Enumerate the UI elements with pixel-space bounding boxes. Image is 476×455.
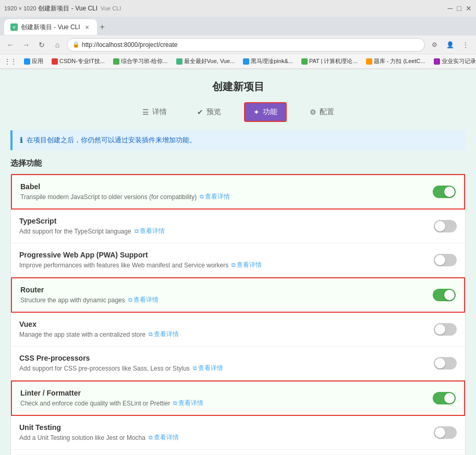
steps-nav: ☰ 详情 ✔ 预览 ✦ 功能 ⚙ 配置 [0,102,476,130]
restore-btn[interactable]: □ [457,4,461,13]
router-detail-link[interactable]: 查看详情 [128,296,158,304]
info-banner: ℹ 在项目创建之后，你仍然可以通过安装插件来增加功能。 [10,130,466,150]
router-toggle-knob [444,290,455,300]
feature-row-css: CSS Pre-processors Add support for CSS p… [11,347,465,380]
feature-row-unit: Unit Testing Add a Unit Testing solution… [11,416,465,450]
bookmark-heima[interactable]: 黑马理淦pink&... [240,56,296,66]
tab-favicon: V [10,23,18,31]
typescript-detail-link[interactable]: 查看详情 [135,227,165,236]
feature-info-babel: Babel Transpile modern JavaScript to old… [20,182,433,201]
vuex-toggle[interactable] [434,323,457,336]
bookmark-csdn[interactable]: CSDN-专业IT技... [48,56,108,66]
tab-label: 创建新项目 - Vue CLI [21,23,80,32]
feature-info-pwa: Progressive Web App (PWA) Support Improv… [19,251,434,269]
bookmark-leetcode[interactable]: 题库 - 力扣 (LeetC... [363,56,429,66]
profile-btn[interactable]: 👤 [444,39,456,51]
feature-name-vuex: Vuex [19,320,434,328]
tab-bar: V 创建新项目 - Vue CLI ✕ + [0,17,476,35]
router-toggle[interactable] [433,289,456,301]
step-preview-label: 预览 [206,107,221,117]
typescript-toggle[interactable] [434,220,457,232]
home-btn[interactable]: ⌂ [51,39,64,51]
info-text: 在项目创建之后，你仍然可以通过安装插件来增加功能。 [27,136,196,145]
feature-name-css: CSS Pre-processors [19,354,434,362]
feature-desc-typescript: Add support for the TypeScript language … [19,227,434,236]
feature-desc-babel: Transpile modern JavaScript to older ver… [20,192,433,201]
unit-toggle-knob [435,427,445,438]
bookmarks-bar: ⋮⋮ 应用 CSDN-专业IT技... 综合学习班-给你... 最全最好Vue,… [0,54,476,69]
feature-info-css: CSS Pre-processors Add support for CSS p… [19,354,434,373]
tab-title: 创建新项目 - Vue CLI [38,4,97,13]
feature-name-pwa: Progressive Web App (PWA) Support [19,251,434,259]
features-list: Babel Transpile modern JavaScript to old… [10,174,466,455]
feature-row-e2e: E2E Testing Add an End-to-End testing so… [11,450,465,455]
feature-row-pwa: Progressive Web App (PWA) Support Improv… [11,243,465,277]
feature-desc-pwa: Improve performances with features like … [19,261,434,269]
babel-toggle[interactable] [433,186,456,198]
preview-icon: ✔ [197,108,203,116]
config-icon: ⚙ [310,108,316,116]
linter-toggle-knob [444,393,455,403]
bookmark-apps[interactable]: 应用 [21,56,46,66]
pwa-toggle[interactable] [434,254,457,266]
bookmark-vue[interactable]: 最全最好Vue, Vue... [173,56,238,66]
feature-info-typescript: TypeScript Add support for the TypeScrip… [19,217,434,236]
step-config[interactable]: ⚙ 配置 [302,103,341,121]
feature-row-linter: Linter / Formatter Check and enforce cod… [11,380,465,416]
menu-btn[interactable]: ⋮ [459,39,472,51]
feature-name-router: Router [20,286,433,294]
feature-row-vuex: Vuex Manage the app state with a central… [11,313,465,347]
feature-desc-router: Structure the app with dynamic pages 查看详… [20,296,433,304]
step-preview[interactable]: ✔ 预览 [190,103,228,121]
feature-desc-css: Add support for CSS pre-processors like … [19,364,434,373]
vuex-detail-link[interactable]: 查看详情 [149,330,179,339]
bookmark-internship[interactable]: 业业实习记录 [431,56,476,66]
feature-name-babel: Babel [20,182,433,191]
refresh-btn[interactable]: ↻ [35,39,48,51]
feature-name-linter: Linter / Formatter [20,389,433,397]
step-features[interactable]: ✦ 功能 [244,102,287,122]
css-toggle-knob [435,358,445,368]
back-btn[interactable]: ← [4,39,17,51]
active-tab[interactable]: V 创建新项目 - Vue CLI ✕ [4,19,97,35]
page-wrapper: 创建新项目 ☰ 详情 ✔ 预览 ✦ 功能 ⚙ 配置 ℹ 在项目创建之后，你仍然可… [0,69,476,455]
extensions-btn[interactable]: ⚙ [428,39,441,51]
linter-toggle[interactable] [433,392,456,404]
features-icon: ✦ [253,108,260,116]
step-details[interactable]: ☰ 详情 [135,103,174,121]
babel-detail-link[interactable]: 查看详情 [200,192,230,201]
pwa-detail-link[interactable]: 查看详情 [231,261,262,269]
browser-chrome: 1920 × 1020 创建新项目 - Vue CLI Vue CLI ─ □ … [0,0,476,69]
css-detail-link[interactable]: 查看详情 [193,364,223,373]
close-btn[interactable]: ✕ [466,4,472,13]
pwa-toggle-knob [435,255,445,265]
linter-detail-link[interactable]: 查看详情 [173,399,203,408]
tab-close-btn[interactable]: ✕ [83,23,91,31]
feature-info-vuex: Vuex Manage the app state with a central… [19,320,434,339]
feature-desc-vuex: Manage the app state with a centralized … [19,330,434,339]
feature-row-typescript: TypeScript Add support for the TypeScrip… [11,210,465,243]
feature-name-typescript: TypeScript [19,217,434,225]
url-display: http://localhost:8000/project/create [82,41,177,48]
bookmark-pat[interactable]: PAT | 计算机理论... [298,56,361,66]
new-tab-btn[interactable]: + [100,22,105,32]
typescript-toggle-knob [435,221,445,231]
title-bar: 1920 × 1020 创建新项目 - Vue CLI Vue CLI ─ □ … [0,0,476,17]
page-title-area: 创建新项目 [0,69,476,102]
address-bar[interactable]: 🔒 http://localhost:8000/project/create [67,38,425,52]
bookmark-learn[interactable]: 综合学习班-给你... [110,56,171,66]
unit-detail-link[interactable]: 查看详情 [149,433,179,442]
babel-toggle-knob [444,187,455,197]
feature-desc-unit: Add a Unit Testing solution like Jest or… [19,433,434,442]
feature-row-babel: Babel Transpile modern JavaScript to old… [11,174,465,210]
info-icon: ℹ [20,136,22,144]
css-toggle[interactable] [434,357,457,370]
feature-name-unit: Unit Testing [19,423,434,432]
feature-info-linter: Linter / Formatter Check and enforce cod… [20,389,433,408]
step-config-label: 配置 [320,107,334,117]
page-title: 创建新项目 [212,81,264,92]
feature-info-router: Router Structure the app with dynamic pa… [20,286,433,304]
unit-toggle[interactable] [434,426,457,439]
forward-btn[interactable]: → [20,39,32,51]
minimize-btn[interactable]: ─ [448,4,453,13]
